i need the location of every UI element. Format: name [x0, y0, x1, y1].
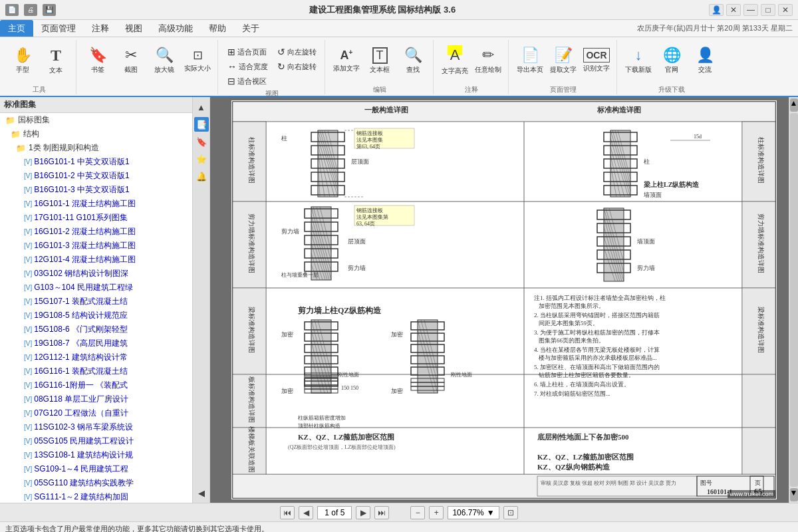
- tree-item-25[interactable]: [V]SG109-1～4 民用建筑工程: [0, 462, 192, 476]
- screenshot-button[interactable]: ✂ 截图: [115, 43, 147, 78]
- view-buttons-col: ⊞ 适合页面 ↔ 适合宽度 ⊟ 适合视区: [223, 43, 272, 88]
- hand-tool-button[interactable]: ✋ 手型: [7, 43, 39, 78]
- zoom-level-box[interactable]: 106.77% ▼: [448, 506, 499, 519]
- scroll-thumb[interactable]: [790, 113, 798, 487]
- close-icon[interactable]: ✕: [778, 4, 793, 16]
- tree-item-15[interactable]: [V]15G108-6 《门式刚架轻型: [0, 323, 192, 336]
- svg-text:剪力墙: 剪力墙: [348, 265, 366, 271]
- tree-item-20[interactable]: [V]08G118 单层工业厂房设计: [0, 392, 192, 406]
- tree-item-12[interactable]: [V]G103～104 民用建筑工程绿: [0, 281, 192, 295]
- tree-item-24[interactable]: [V]13SG108-1 建筑结构设计规: [0, 448, 192, 462]
- exchange-button[interactable]: 👤 交流: [689, 43, 721, 78]
- fit-button[interactable]: ⊡: [503, 506, 518, 519]
- svg-text:KZ、QZ、LZ箍筋加密区范围: KZ、QZ、LZ箍筋加密区范围: [537, 453, 634, 461]
- zoom-out-button[interactable]: −: [410, 506, 425, 519]
- menu-about[interactable]: 关于: [234, 20, 267, 37]
- file-icon[interactable]: 📄: [5, 4, 19, 16]
- svg-text:板标准构造详图: 板标准构造详图: [248, 376, 255, 423]
- fit-page-button[interactable]: ⊞ 适合页面: [223, 45, 272, 59]
- tree-item-19[interactable]: [V]16G116-1附册一 《装配式: [0, 378, 192, 392]
- date-info: 农历庚子年(鼠)四月廿十 第20周 第133天 星期二: [637, 20, 798, 37]
- tree-item-23[interactable]: [V]05SG105 民用建筑工程设计: [0, 434, 192, 448]
- zoom-in-button[interactable]: +: [429, 506, 444, 519]
- scroll-down-arrow[interactable]: ▼: [790, 488, 798, 501]
- check-icon: [V]: [24, 479, 32, 487]
- maximize-icon[interactable]: □: [761, 4, 775, 16]
- extract-text-button[interactable]: 📝 提取文字: [547, 43, 579, 78]
- add-text-button[interactable]: A+ 添加文字: [331, 43, 362, 78]
- tree-item-0[interactable]: 📁国标图集: [0, 113, 192, 127]
- tree-item-17[interactable]: [V]12G112-1 建筑结构设计常: [0, 350, 192, 364]
- freehand-button[interactable]: ✏ 任意绘制: [472, 43, 504, 78]
- collapse-sidebar-button[interactable]: ◀: [194, 485, 209, 500]
- actual-size-button[interactable]: ⊡ 实际大小: [182, 43, 213, 78]
- tree-item-5[interactable]: [V]B16G101-3 中英文双语版1: [0, 183, 192, 197]
- website-button[interactable]: 🌐 官网: [656, 43, 688, 78]
- tree-item-9[interactable]: [V]16G101-3 混凝土结构施工图: [0, 239, 192, 253]
- export-page-button[interactable]: 📄 导出本页: [514, 43, 546, 78]
- svg-text:柱: 柱: [644, 158, 650, 165]
- next-page-button[interactable]: ▶: [356, 506, 370, 519]
- check-icon: [V]: [24, 326, 32, 333]
- download-button[interactable]: ↓ 下载新版: [622, 43, 654, 78]
- fit-view-button[interactable]: ⊟ 适合视区: [223, 74, 272, 88]
- minimize-icon[interactable]: —: [743, 4, 758, 16]
- rotate-buttons-col: ↺ 向左旋转 ↻ 向右旋转: [273, 43, 321, 73]
- first-page-button[interactable]: ⏮: [280, 506, 295, 519]
- tree-item-7[interactable]: [V]17G101-11 G101系列图集: [0, 211, 192, 225]
- menu-home[interactable]: 主页: [0, 20, 33, 37]
- rotate-right-button[interactable]: ↻ 向右旋转: [273, 60, 321, 73]
- menu-annotation[interactable]: 注释: [84, 20, 117, 37]
- save-icon[interactable]: 💾: [43, 4, 56, 16]
- tree-item-label: 11SG102-3 钢吊车梁系统设: [34, 422, 133, 433]
- fit-width-label: 适合宽度: [239, 62, 268, 72]
- check-icon: [V]: [24, 368, 32, 375]
- page-select-button[interactable]: 📑: [194, 117, 209, 132]
- tree-item-14[interactable]: [V]19G108-5 结构设计规范应: [0, 309, 192, 323]
- ocr-button[interactable]: OCR 识别文字: [581, 43, 612, 78]
- tree-item-10[interactable]: [V]12G101-4 混凝土结构施工图: [0, 253, 192, 267]
- rotate-left-button[interactable]: ↺ 向左旋转: [273, 45, 321, 59]
- tree-item-26[interactable]: [V]05SG110 建筑结构实践教学: [0, 476, 192, 490]
- magnify-button[interactable]: 🔍 放大镜: [148, 43, 180, 78]
- menu-help[interactable]: 帮助: [201, 20, 234, 37]
- menu-page-manage[interactable]: 页面管理: [33, 20, 84, 37]
- tree-item-22[interactable]: [V]11SG102-3 钢吊车梁系统设: [0, 420, 192, 434]
- tree-item-1[interactable]: 📁结构: [0, 127, 192, 141]
- text-tool-button[interactable]: T 文本: [40, 43, 72, 78]
- print-icon[interactable]: 🖨: [24, 4, 37, 16]
- user-icon[interactable]: 👤: [709, 4, 724, 16]
- toolbar-group-annotation-inner: A 文字高亮 ✏ 任意绘制: [439, 40, 504, 84]
- close-x-icon[interactable]: ✕: [726, 4, 741, 16]
- last-page-button[interactable]: ⏭: [374, 506, 389, 519]
- highlight-button[interactable]: A 文字高亮: [439, 43, 471, 78]
- zoom-dropdown-arrow[interactable]: ▼: [487, 508, 495, 517]
- tree-item-21[interactable]: [V]07G120 工程做法（自重计: [0, 406, 192, 420]
- bookmark-sidebar-button[interactable]: 🔖: [194, 134, 209, 149]
- tree-item-3[interactable]: [V]B16G101-1 中英文双语版1: [0, 155, 192, 169]
- tree-item-6[interactable]: [V]16G101-1 混凝土结构施工图: [0, 197, 192, 211]
- svg-text:15d: 15d: [694, 134, 702, 140]
- tree-item-8[interactable]: [V]16G101-2 混凝土结构施工图: [0, 225, 192, 239]
- tree-item-13[interactable]: [V]15G107-1 装配式混凝土结: [0, 295, 192, 309]
- tree-item-16[interactable]: [V]19G108-7 《高层民用建筑: [0, 336, 192, 350]
- tree-item-2[interactable]: 📁1类 制图规则和构造: [0, 141, 192, 155]
- hand-icon: ✋: [14, 47, 32, 64]
- bookmark-button[interactable]: 🔖 书签: [82, 43, 114, 78]
- tree-item-4[interactable]: [V]B16G101-2 中英文双语版1: [0, 169, 192, 183]
- find-button[interactable]: 🔍 查找: [397, 43, 429, 78]
- text-box-button[interactable]: T 文本框: [364, 43, 396, 78]
- scroll-up-arrow[interactable]: ▲: [790, 98, 798, 112]
- tree-item-18[interactable]: [V]16G116-1 装配式混凝土结: [0, 364, 192, 378]
- tree-item-27[interactable]: [V]SG111-1～2 建筑结构加固: [0, 490, 192, 503]
- page-up-button[interactable]: ▲: [194, 100, 209, 114]
- fit-width-button[interactable]: ↔ 适合宽度: [223, 60, 272, 73]
- menu-view[interactable]: 视图: [117, 20, 150, 37]
- menu-advanced[interactable]: 高级功能: [150, 20, 201, 37]
- prev-page-button[interactable]: ◀: [299, 506, 313, 519]
- bell-button[interactable]: 🔔: [194, 169, 209, 184]
- svg-text:梁标准构造详图: 梁标准构造详图: [757, 307, 765, 353]
- tree-item-11[interactable]: [V]03G102 钢结构设计制图深: [0, 267, 192, 281]
- vertical-scrollbar[interactable]: ▲ ▼: [789, 97, 798, 503]
- star-button[interactable]: ⭐: [194, 152, 209, 166]
